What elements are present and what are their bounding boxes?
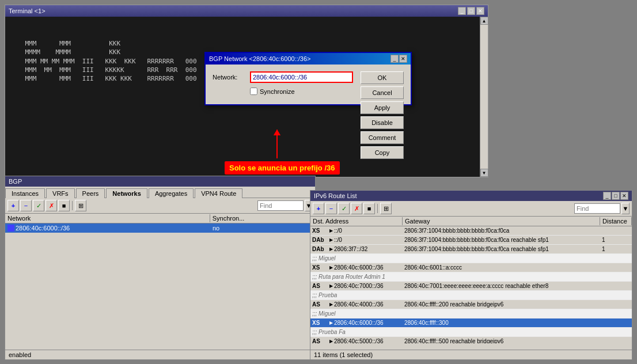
- tab-peers[interactable]: Peers: [76, 188, 105, 198]
- terminal-maximize-btn[interactable]: □: [467, 7, 475, 15]
- bgp-square-btn[interactable]: ■: [58, 200, 70, 211]
- ipv6-table-row[interactable]: ;;; Miguel: [310, 309, 632, 318]
- ipv6-table-row[interactable]: XS ▶ 2806:40c:6000::/36 2806:40c:6001::a…: [310, 263, 632, 272]
- route-type: XS: [312, 227, 329, 234]
- annotation-arrow: [276, 130, 278, 158]
- expand-arrow[interactable]: ▶: [329, 237, 333, 242]
- network-input[interactable]: [250, 71, 353, 83]
- ipv6-square-btn[interactable]: ■: [363, 203, 375, 214]
- comment-button[interactable]: Comment: [361, 131, 404, 144]
- ipv6-filter-btn[interactable]: ⊞: [380, 203, 392, 214]
- bgp-check-btn[interactable]: ✓: [33, 200, 44, 211]
- bgp-network-dialog: BGP Network <2806:40c:6000::/36> _ ✕ Net…: [204, 52, 412, 105]
- terminal-minimize-btn[interactable]: _: [458, 7, 466, 15]
- ipv6-minimize-btn[interactable]: _: [603, 192, 611, 200]
- ipv6-col-gateway[interactable]: Gateway: [403, 217, 600, 225]
- ipv6-table-row[interactable]: XS ▶ ::/0 2806:3f7:1004:bbbb:bbbb:bbbb:f…: [310, 226, 632, 236]
- ipv6-find-input[interactable]: [574, 203, 620, 214]
- expand-arrow[interactable]: ▶: [329, 247, 333, 252]
- copy-button[interactable]: Copy: [361, 146, 404, 159]
- ipv6-table-row[interactable]: XS ▶ 2806:40c:6000::/36 2806:40c:ffff::3…: [310, 318, 632, 328]
- route-type: XS: [312, 320, 329, 326]
- ipv6-gateway-cell: 2806:40c:7001:eeee:eeee:eeee:a:cccc reac…: [403, 282, 600, 290]
- expand-arrow[interactable]: ▶: [329, 302, 333, 307]
- ipv6-check-btn[interactable]: ✓: [338, 203, 350, 214]
- scroll-down-arrow[interactable]: ▼: [480, 169, 488, 177]
- terminal-close-btn[interactable]: ✕: [476, 7, 484, 15]
- bgp-find-input[interactable]: [257, 200, 304, 211]
- bgp-cross-btn[interactable]: ✗: [46, 200, 57, 211]
- ipv6-table-row[interactable]: AS ▶ 2806:40c:7000::/36 2806:40c:7001:ee…: [310, 282, 632, 291]
- dst-address: 2806:40c:5000::/36: [334, 338, 384, 343]
- ipv6-distance-cell: [600, 267, 632, 268]
- network-label: Network:: [213, 74, 250, 81]
- expand-arrow[interactable]: ▶: [329, 320, 333, 325]
- ipv6-remove-btn[interactable]: −: [325, 203, 337, 214]
- dialog-minimize-btn[interactable]: _: [390, 55, 399, 63]
- route-type: XS: [312, 264, 329, 271]
- ipv6-distance-cell: 1: [600, 245, 632, 253]
- bgp-col-sync[interactable]: Synchron...: [210, 214, 315, 222]
- ipv6-table-row[interactable]: AS ▶ 2806:40c:4000::/36 2806:40c:ffff::2…: [310, 300, 632, 309]
- ipv6-dst-cell: DAb ▶ 2806:3f7::/32: [310, 245, 403, 253]
- dst-address: ::/0: [334, 227, 342, 234]
- ipv6-maximize-btn[interactable]: □: [612, 192, 620, 200]
- expand-arrow[interactable]: ▶: [329, 339, 333, 343]
- dialog-controls: _ ✕: [390, 55, 407, 63]
- scroll-up-arrow[interactable]: ▲: [480, 17, 488, 25]
- terminal-scrollbar[interactable]: ▲ ▼: [480, 17, 488, 177]
- ipv6-col-dst[interactable]: Dst. Address: [310, 217, 403, 225]
- terminal-titlebar: Terminal <1> _ □ ✕: [5, 5, 488, 17]
- expand-arrow[interactable]: ▶: [329, 228, 333, 233]
- expand-arrow[interactable]: ▶: [329, 283, 333, 289]
- apply-button[interactable]: Apply: [361, 101, 404, 114]
- ipv6-dst-cell: XS ▶ 2806:40c:6000::/36: [310, 319, 403, 327]
- tab-instances[interactable]: Instances: [5, 188, 45, 198]
- ipv6-table-row[interactable]: ;;; Prueba: [310, 291, 632, 300]
- synchronize-checkbox[interactable]: [250, 88, 257, 95]
- ipv6-close-btn[interactable]: ✕: [620, 192, 628, 200]
- bgp-table-row[interactable]: 2806:40c:6000::/36 no: [5, 223, 315, 233]
- bgp-toolbar-sep: [72, 201, 73, 210]
- ipv6-col-distance[interactable]: Distance: [600, 217, 632, 225]
- bgp-panel: BGP Instances VRFs Peers Networks Aggreg…: [5, 176, 316, 360]
- dst-address: 2806:40c:6000::/36: [334, 320, 384, 326]
- terminal-controls: _ □ ✕: [458, 7, 484, 15]
- ipv6-dst-cell: AS ▶ 2806:40c:4000::/36: [310, 301, 403, 308]
- ipv6-table-row[interactable]: ;;; Prueba Fa: [310, 328, 632, 337]
- ipv6-dropdown-btn[interactable]: ▼: [621, 203, 630, 214]
- dst-address: 2806:3f7::/32: [334, 246, 367, 252]
- cancel-button[interactable]: Cancel: [361, 86, 404, 99]
- ipv6-table-row[interactable]: DAb ▶ 2806:3f7::/32 2806:3f7:1004:bbbb:b…: [310, 245, 632, 254]
- disable-button[interactable]: Disable: [361, 116, 404, 129]
- ipv6-title: IPv6 Route List: [314, 192, 357, 199]
- ipv6-distance-cell: [600, 230, 632, 232]
- annotation-text: Solo se anuncia un prefijo /36: [225, 161, 340, 175]
- bgp-filter-btn[interactable]: ⊞: [75, 200, 86, 211]
- ipv6-table-row[interactable]: AS ▶ 2806:40c:5000::/36 2806:40c:ffff::5…: [310, 337, 632, 343]
- dialog-close-btn[interactable]: ✕: [399, 55, 407, 63]
- dialog-titlebar: BGP Network <2806:40c:6000::/36> _ ✕: [206, 53, 411, 65]
- ipv6-cross-btn[interactable]: ✗: [351, 203, 362, 214]
- ipv6-add-btn[interactable]: +: [313, 203, 324, 214]
- dst-address: 2806:40c:4000::/36: [334, 301, 384, 308]
- bgp-col-network[interactable]: Network: [5, 214, 210, 222]
- ok-button[interactable]: OK: [361, 71, 404, 84]
- expand-arrow[interactable]: ▶: [329, 265, 333, 270]
- ipv6-table-row[interactable]: ;;; Miguel: [310, 254, 632, 263]
- bgp-add-btn[interactable]: +: [7, 200, 19, 211]
- ipv6-toolbar: + − ✓ ✗ ■ ⊞ ▼: [310, 201, 632, 217]
- tab-networks[interactable]: Networks: [106, 188, 147, 198]
- ipv6-gateway-cell: 2806:40c:ffff::300: [403, 319, 600, 327]
- tab-vpn4-route[interactable]: VPN4 Route: [195, 188, 242, 198]
- ipv6-table-row[interactable]: DAb ▶ ::/0 2806:3f7:1004:bbbb:bbbb:bbbb:…: [310, 236, 632, 245]
- bgp-remove-btn[interactable]: −: [20, 200, 32, 211]
- route-type: DAb: [312, 237, 329, 243]
- tab-aggregates[interactable]: Aggregates: [149, 188, 194, 198]
- tab-vrfs[interactable]: VRFs: [46, 188, 75, 198]
- ipv6-table-row[interactable]: ;;; Ruta para Router Admin 1: [310, 272, 632, 282]
- ipv6-distance-cell: [600, 304, 632, 305]
- ipv6-dst-cell: XS ▶ 2806:40c:6000::/36: [310, 264, 403, 271]
- ipv6-dst-cell: DAb ▶ ::/0: [310, 236, 403, 244]
- bgp-titlebar: BGP: [5, 176, 315, 187]
